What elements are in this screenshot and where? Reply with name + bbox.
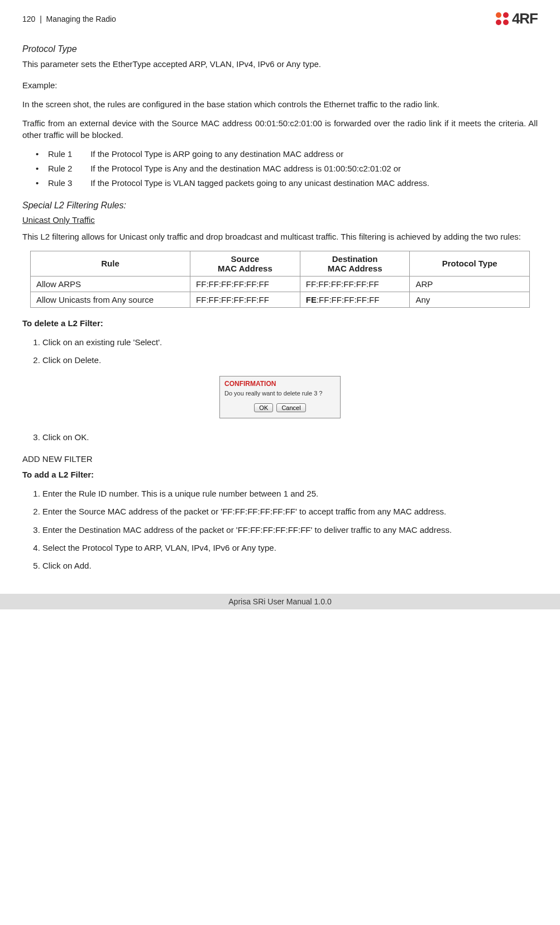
list-item: Click on OK. <box>42 432 538 443</box>
section-title: Managing the Radio <box>46 15 116 23</box>
page-header: 120 | Managing the Radio 4RF <box>22 10 538 27</box>
list-item: Enter the Rule ID number. This is a uniq… <box>42 488 538 499</box>
list-item: Enter the Source MAC address of the pack… <box>42 506 538 517</box>
cancel-button[interactable]: Cancel <box>276 403 305 412</box>
rule-label: Rule 2 <box>48 163 88 174</box>
delete-steps-cont: Click on OK. <box>22 432 538 443</box>
delete-steps: Click on an existing rule 'Select'. Clic… <box>22 337 538 366</box>
protocol-type-heading: Protocol Type <box>22 43 538 55</box>
cell-rule: Allow Unicasts from Any source <box>31 292 190 307</box>
rule-label: Rule 3 <box>48 178 88 189</box>
special-text: This L2 filtering allows for Unicast onl… <box>22 231 538 242</box>
list-item: Select the Protocol Type to ARP, VLAN, I… <box>42 542 538 554</box>
logo-dots-icon <box>496 12 509 25</box>
rule-text: If the Protocol Type is ARP going to any… <box>90 149 343 159</box>
brand-logo: 4RF <box>496 10 538 27</box>
th-dest: DestinationMAC Address <box>300 251 410 276</box>
list-item: Rule 3 If the Protocol Type is VLAN tagg… <box>36 178 538 189</box>
header-text: 120 | Managing the Radio <box>22 15 116 23</box>
confirmation-dialog: CONFIRMATION Do you really want to delet… <box>219 376 341 418</box>
cell-proto: ARP <box>410 276 530 292</box>
dialog-title: CONFIRMATION <box>220 376 340 389</box>
th-rule: Rule <box>31 251 190 276</box>
table-row: Allow Unicasts from Any source FF:FF:FF:… <box>31 292 530 307</box>
th-source: SourceMAC Address <box>190 251 300 276</box>
example-rules-list: Rule 1 If the Protocol Type is ARP going… <box>36 149 538 189</box>
special-heading: Special L2 Filtering Rules: <box>22 199 538 212</box>
cell-proto: Any <box>410 292 530 307</box>
page-number: 120 <box>22 15 35 23</box>
cell-src: FF:FF:FF:FF:FF:FF <box>190 292 300 307</box>
add-steps: Enter the Rule ID number. This is a uniq… <box>22 488 538 571</box>
rule-label: Rule 1 <box>48 149 88 160</box>
cell-src: FF:FF:FF:FF:FF:FF <box>190 276 300 292</box>
list-item: Enter the Destination MAC address of the… <box>42 525 538 536</box>
example-p1: In the screen shot, the rules are config… <box>22 99 538 110</box>
logo-text: 4RF <box>512 10 538 27</box>
list-item: Click on an existing rule 'Select'. <box>42 337 538 348</box>
list-item: Click on Add. <box>42 560 538 571</box>
delete-heading: To delete a L2 Filter: <box>22 318 538 329</box>
add-heading: ADD NEW FILTER <box>22 454 538 465</box>
dialog-body: Do you really want to delete rule 3 ? <box>220 389 340 401</box>
cell-dst: FF:FF:FF:FF:FF:FF <box>300 276 410 292</box>
list-item: Click on Delete. <box>42 355 538 366</box>
example-p2: Traffic from an external device with the… <box>22 118 538 141</box>
add-sub: To add a L2 Filter: <box>22 469 538 480</box>
protocol-type-text: This parameter sets the EtherType accept… <box>22 59 538 70</box>
unicast-heading: Unicast Only Traffic <box>22 214 538 226</box>
cell-dst: FE:FF:FF:FF:FF:FF <box>300 292 410 307</box>
list-item: Rule 1 If the Protocol Type is ARP going… <box>36 149 538 160</box>
ok-button[interactable]: OK <box>254 403 273 412</box>
l2-rules-table: Rule SourceMAC Address DestinationMAC Ad… <box>30 251 530 308</box>
list-item: Rule 2 If the Protocol Type is Any and t… <box>36 163 538 174</box>
cell-rule: Allow ARPS <box>31 276 190 292</box>
page-footer: Aprisa SRi User Manual 1.0.0 <box>0 594 560 609</box>
example-heading: Example: <box>22 80 538 91</box>
rule-text: If the Protocol Type is Any and the dest… <box>90 164 401 173</box>
rule-text: If the Protocol Type is VLAN tagged pack… <box>90 178 429 188</box>
table-row: Allow ARPS FF:FF:FF:FF:FF:FF FF:FF:FF:FF… <box>31 276 530 292</box>
th-proto: Protocol Type <box>410 251 530 276</box>
